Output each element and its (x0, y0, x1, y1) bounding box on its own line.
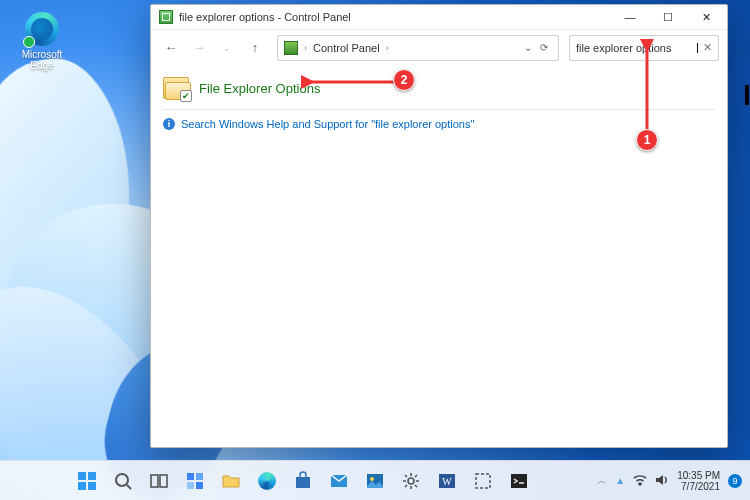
up-button[interactable]: ↑ (243, 36, 267, 60)
tray-overflow-icon[interactable]: ︿ (597, 474, 607, 488)
svg-rect-22 (511, 474, 527, 488)
svg-point-17 (370, 477, 374, 481)
task-view-button[interactable] (143, 465, 175, 497)
chevron-right-icon: › (386, 43, 389, 53)
svg-rect-13 (196, 482, 203, 489)
search-button[interactable] (107, 465, 139, 497)
start-button[interactable] (71, 465, 103, 497)
folder-options-icon: ✔ (163, 77, 189, 99)
svg-point-18 (408, 478, 414, 484)
system-tray[interactable]: ︿ ▲ 10:35 PM 7/7/2021 9 (597, 470, 742, 492)
nav-toolbar: ← → ⌄ ↑ › Control Panel › ⌄ ⟳ file explo… (151, 29, 727, 65)
help-text: Search Windows Help and Support for "fil… (181, 118, 474, 130)
titlebar[interactable]: file explorer options - Control Panel ― … (151, 5, 727, 29)
svg-line-7 (127, 485, 131, 489)
breadcrumb-root[interactable]: Control Panel (313, 42, 380, 54)
control-panel-icon (284, 41, 298, 55)
right-edge-hint (745, 85, 749, 105)
svg-rect-14 (296, 477, 310, 488)
address-bar[interactable]: › Control Panel › ⌄ ⟳ (277, 35, 559, 61)
word-button[interactable]: W (431, 465, 463, 497)
onedrive-icon[interactable]: ▲ (615, 475, 625, 486)
svg-point-23 (639, 483, 641, 485)
svg-rect-9 (160, 475, 167, 487)
back-button[interactable]: ← (159, 36, 183, 60)
svg-rect-21 (476, 474, 490, 488)
divider (163, 109, 715, 110)
refresh-button[interactable]: ⟳ (540, 42, 548, 53)
svg-rect-8 (151, 475, 158, 487)
desktop-icon-label: Microsoft Edge (12, 49, 72, 71)
control-panel-title-icon (159, 10, 173, 24)
widgets-button[interactable] (179, 465, 211, 497)
svg-text:W: W (442, 476, 452, 487)
forward-button[interactable]: → (187, 36, 211, 60)
clock[interactable]: 10:35 PM 7/7/2021 (677, 470, 720, 492)
search-input[interactable]: file explorer options ✕ (569, 35, 719, 61)
svg-rect-5 (88, 482, 96, 490)
search-query: file explorer options (576, 42, 697, 54)
mail-button[interactable] (323, 465, 355, 497)
maximize-button[interactable]: ☐ (649, 5, 687, 29)
annotation-badge-1: 1 (636, 129, 658, 151)
clock-time: 10:35 PM (677, 470, 720, 481)
recent-locations-button[interactable]: ⌄ (215, 36, 239, 60)
clear-search-button[interactable]: ✕ (697, 41, 712, 54)
info-icon: i (163, 118, 175, 130)
svg-rect-4 (78, 482, 86, 490)
window-title: file explorer options - Control Panel (179, 11, 611, 23)
svg-rect-12 (187, 482, 194, 489)
snip-button[interactable] (467, 465, 499, 497)
svg-point-6 (116, 474, 128, 486)
svg-rect-3 (88, 472, 96, 480)
control-panel-window: file explorer options - Control Panel ― … (150, 4, 728, 448)
result-label: File Explorer Options (199, 81, 320, 96)
network-icon[interactable] (633, 474, 647, 488)
edge-icon (25, 12, 59, 46)
taskbar[interactable]: W ︿ ▲ 10:35 PM 7/7/2021 9 (0, 460, 750, 500)
notifications-badge[interactable]: 9 (728, 474, 742, 488)
store-button[interactable] (287, 465, 319, 497)
file-explorer-button[interactable] (215, 465, 247, 497)
close-button[interactable]: ✕ (687, 5, 725, 29)
terminal-button[interactable] (503, 465, 535, 497)
svg-rect-10 (187, 473, 194, 480)
edge-taskbar-button[interactable] (251, 465, 283, 497)
result-file-explorer-options[interactable]: ✔ File Explorer Options (163, 73, 715, 105)
svg-rect-11 (196, 473, 203, 480)
volume-icon[interactable] (655, 474, 669, 488)
clock-date: 7/7/2021 (677, 481, 720, 492)
help-search-link[interactable]: i Search Windows Help and Support for "f… (163, 118, 715, 130)
taskbar-center: W (8, 465, 597, 497)
minimize-button[interactable]: ― (611, 5, 649, 29)
svg-rect-2 (78, 472, 86, 480)
desktop-icon-edge[interactable]: Microsoft Edge (12, 12, 72, 71)
photos-button[interactable] (359, 465, 391, 497)
settings-button[interactable] (395, 465, 427, 497)
address-dropdown-icon[interactable]: ⌄ (524, 42, 532, 53)
chevron-right-icon: › (304, 43, 307, 53)
results-pane: ✔ File Explorer Options i Search Windows… (151, 65, 727, 447)
